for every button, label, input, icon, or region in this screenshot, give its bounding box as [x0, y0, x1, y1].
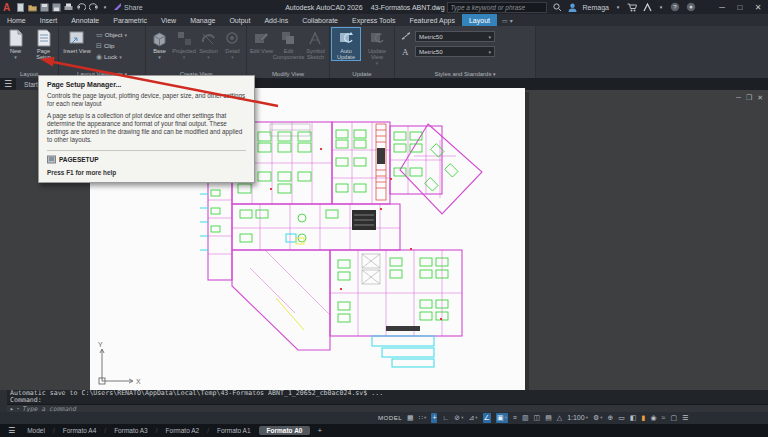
plot-icon[interactable] [64, 3, 73, 12]
styles-flyout-icon[interactable]: ▾ [493, 71, 496, 77]
detail-view-button[interactable]: Detail ▾ [221, 28, 244, 60]
clip-viewport-label: Clip [104, 42, 115, 49]
snap-icon[interactable]: ∷▾ [419, 413, 427, 423]
open-file-icon[interactable] [28, 3, 37, 12]
annotation-scale-button[interactable]: 1:100▾ [567, 413, 588, 423]
ribbon-tab-manage[interactable]: Manage [183, 14, 222, 26]
autocad-logo-icon[interactable]: A [0, 1, 13, 14]
save-icon[interactable] [40, 3, 49, 12]
ribbon-tab-parametric[interactable]: Parametric [106, 14, 154, 26]
detail-view-icon [224, 28, 241, 48]
qat-dropdown-icon[interactable]: ▾ [102, 4, 108, 10]
user-avatar-icon[interactable] [568, 3, 577, 12]
save-as-icon[interactable] [52, 3, 61, 12]
layout-tab-formato-a0[interactable]: Formato A0 [259, 426, 311, 435]
file-tabs-menu-icon[interactable]: ☰ [0, 79, 16, 89]
edit-components-button[interactable]: Edit Components [275, 28, 302, 60]
share-button[interactable]: Share [114, 3, 143, 11]
edit-view-button[interactable]: Edit View [249, 28, 274, 54]
grid-icon[interactable]: ▦ [407, 413, 414, 423]
units-icon[interactable]: ▭ [618, 413, 625, 423]
ribbon-tab-featured-apps[interactable]: Featured Apps [402, 14, 462, 26]
layout-tab-formato-a1[interactable]: Formato A1 [213, 426, 255, 435]
ribbon-tab-collaborate[interactable]: Collaborate [295, 14, 345, 26]
text-standard-select[interactable]: Metric50 ▾ [415, 46, 495, 57]
base-view-button[interactable]: Base ▾ [148, 28, 171, 60]
ribbon-tab-insert[interactable]: Insert [33, 14, 65, 26]
search-input[interactable]: Type a keyword or phrase [447, 2, 547, 13]
ribbon-tab-home[interactable]: Home [0, 14, 33, 26]
ribbon-tab-layout[interactable]: Layout [462, 14, 497, 26]
layout-tabs-menu-icon[interactable]: ☰ [4, 426, 19, 435]
autodesk-account-icon[interactable] [643, 3, 652, 12]
projected-view-button[interactable]: Projected ▾ [172, 28, 196, 60]
undo-icon[interactable] [76, 3, 86, 12]
layout-tab-formato-a3[interactable]: Formato A3 [110, 426, 152, 435]
model-space-button[interactable]: MODEL [378, 413, 402, 423]
clip-viewport-button[interactable]: ⊟ Clip [96, 40, 127, 51]
symbol-sketch-button[interactable]: Symbol Sketch [303, 28, 328, 60]
redo-icon[interactable] [89, 3, 99, 12]
layout-tab-model[interactable]: Model [23, 426, 49, 435]
lock-viewport-button[interactable]: ◉ Lock ▾ [96, 51, 127, 62]
assistant-icon[interactable] [686, 2, 696, 12]
polar-tracking-icon[interactable]: ⊘▾ [454, 413, 463, 423]
layout-tab-formato-a4[interactable]: Formato A4 [59, 426, 101, 435]
customization-icon[interactable]: ☰ [682, 413, 688, 423]
layout-tab-separator: / [156, 427, 158, 434]
ribbon-collapse-icon: ▭ [502, 17, 508, 24]
dim-standard-select[interactable]: Metric50 ▾ [415, 31, 495, 42]
ribbon-tab-annotate[interactable]: Annotate [64, 14, 106, 26]
user-dropdown-icon[interactable]: ▾ [615, 4, 621, 10]
page-setup-button[interactable]: Page Setup [30, 28, 57, 60]
window-restore-button[interactable]: □ [734, 3, 746, 12]
window-close-button[interactable]: ✕ [752, 3, 764, 12]
viewport-restore-icon[interactable]: ❒ [746, 94, 752, 102]
graphics-performance-icon[interactable]: ≈ [662, 413, 666, 423]
help-icon[interactable]: ? [670, 2, 680, 12]
isodraft-icon[interactable]: ⊿▾ [468, 413, 477, 423]
selection-cycling-icon[interactable]: ◫ [534, 413, 541, 423]
search-icon[interactable] [553, 3, 562, 12]
lock-ui-icon[interactable]: ▮ [642, 413, 646, 423]
command-line-grip[interactable] [0, 390, 7, 412]
ribbon-tab-view[interactable]: View [154, 14, 183, 26]
new-layout-button[interactable]: New ▾ [2, 28, 29, 60]
auto-update-button[interactable]: Auto Update [332, 28, 360, 60]
osnap-icon[interactable]: ▣▾ [496, 413, 508, 423]
transparency-icon[interactable]: ▥ [522, 413, 529, 423]
clean-screen-icon[interactable]: ▢ [670, 413, 677, 423]
lineweight-icon[interactable]: ≡ [513, 413, 517, 423]
new-layout-tab-button[interactable]: + [314, 426, 325, 435]
annotation-visibility-icon[interactable]: ▤ [545, 413, 552, 423]
user-name[interactable]: Remaga [583, 4, 609, 11]
new-file-icon[interactable] [16, 3, 25, 12]
command-recent-icon[interactable]: ▾ [17, 406, 20, 411]
layout-tab-formato-a2[interactable]: Formato A2 [162, 426, 204, 435]
workspace-icon[interactable]: ⚙▾ [593, 413, 603, 423]
object-viewport-button[interactable]: ▭ Object ▾ [96, 29, 127, 40]
search-placeholder: Type a keyword or phrase [451, 4, 526, 11]
ortho-icon[interactable]: ∟ [442, 413, 449, 423]
autoscale-icon[interactable]: △ [557, 413, 562, 423]
annotation-monitor-icon[interactable]: ⊕ [607, 413, 613, 423]
viewport-close-icon[interactable]: ✕ [757, 94, 763, 102]
cart-icon[interactable] [627, 3, 637, 12]
dynamic-input-icon[interactable]: + [431, 413, 437, 423]
viewport-minimize-icon[interactable]: ─ [736, 94, 741, 102]
osnap-tracking-icon[interactable]: ∠ [483, 413, 491, 423]
account-dropdown-icon[interactable]: ▾ [658, 4, 664, 10]
isolate-objects-icon[interactable]: ◉ [650, 413, 656, 423]
window-minimize-button[interactable]: ─ [716, 3, 728, 12]
ribbon-tab-express-tools[interactable]: Express Tools [345, 14, 402, 26]
ribbon-tab-addins[interactable]: Add-ins [257, 14, 295, 26]
ribbon-tab-output[interactable]: Output [222, 14, 257, 26]
section-view-button[interactable]: Section ▾ [197, 28, 220, 60]
lock-viewport-label: Lock [104, 53, 117, 60]
quick-properties-icon[interactable]: ◧ [630, 413, 637, 423]
command-input[interactable]: ▸ ▾ Type a command [0, 404, 768, 412]
ribbon-collapse-control[interactable]: ▭▾ [497, 14, 518, 26]
insert-view-button[interactable]: Insert View [61, 28, 93, 54]
update-view-button[interactable]: Update View ▾ [363, 28, 391, 67]
panel-update: Auto Update Update View ▾ Update [330, 26, 395, 78]
